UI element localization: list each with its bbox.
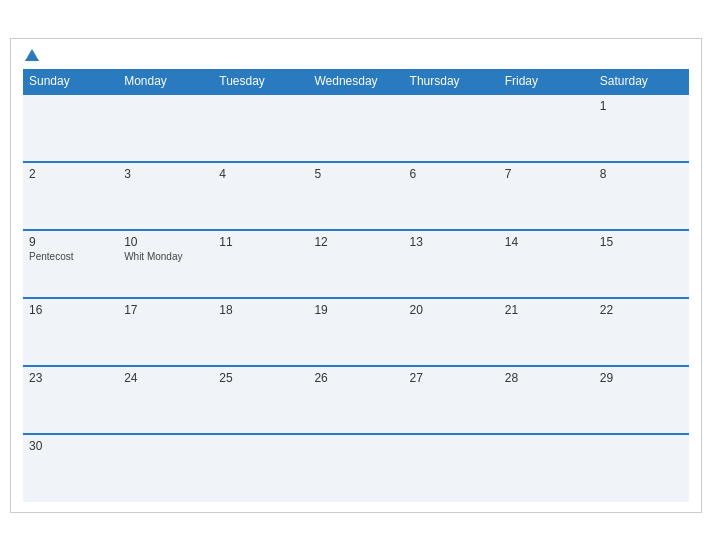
calendar-week-row: 1 [23, 94, 689, 162]
calendar-day-cell [308, 434, 403, 502]
header-tuesday: Tuesday [213, 69, 308, 94]
calendar-day-cell: 15 [594, 230, 689, 298]
calendar-day-cell [499, 434, 594, 502]
calendar-day-cell: 28 [499, 366, 594, 434]
day-number: 22 [600, 303, 683, 317]
day-number: 25 [219, 371, 302, 385]
day-event: Pentecost [29, 251, 112, 262]
day-event: Whit Monday [124, 251, 207, 262]
calendar-day-cell [23, 94, 118, 162]
day-number: 29 [600, 371, 683, 385]
day-number: 12 [314, 235, 397, 249]
calendar-day-cell: 11 [213, 230, 308, 298]
day-number: 3 [124, 167, 207, 181]
calendar-day-cell: 2 [23, 162, 118, 230]
day-number: 8 [600, 167, 683, 181]
day-number: 11 [219, 235, 302, 249]
day-number: 30 [29, 439, 112, 453]
day-number: 27 [410, 371, 493, 385]
day-number: 6 [410, 167, 493, 181]
day-number: 7 [505, 167, 588, 181]
calendar-day-cell: 26 [308, 366, 403, 434]
day-number: 20 [410, 303, 493, 317]
calendar-day-cell: 27 [404, 366, 499, 434]
calendar-day-cell: 4 [213, 162, 308, 230]
calendar-day-cell [594, 434, 689, 502]
calendar-day-cell [308, 94, 403, 162]
calendar-container: Sunday Monday Tuesday Wednesday Thursday… [10, 38, 702, 513]
day-number: 19 [314, 303, 397, 317]
calendar-day-cell: 21 [499, 298, 594, 366]
header-thursday: Thursday [404, 69, 499, 94]
calendar-day-cell [213, 94, 308, 162]
calendar-day-cell [404, 434, 499, 502]
calendar-day-cell: 23 [23, 366, 118, 434]
day-number: 15 [600, 235, 683, 249]
day-number: 1 [600, 99, 683, 113]
calendar-day-cell: 10Whit Monday [118, 230, 213, 298]
day-number: 10 [124, 235, 207, 249]
calendar-day-cell: 24 [118, 366, 213, 434]
header-wednesday: Wednesday [308, 69, 403, 94]
day-headers-row: Sunday Monday Tuesday Wednesday Thursday… [23, 69, 689, 94]
calendar-day-cell: 22 [594, 298, 689, 366]
calendar-grid: Sunday Monday Tuesday Wednesday Thursday… [23, 69, 689, 502]
calendar-day-cell: 14 [499, 230, 594, 298]
calendar-day-cell: 19 [308, 298, 403, 366]
calendar-header [23, 49, 689, 61]
calendar-week-row: 16171819202122 [23, 298, 689, 366]
header-sunday: Sunday [23, 69, 118, 94]
day-number: 24 [124, 371, 207, 385]
calendar-day-cell: 5 [308, 162, 403, 230]
calendar-week-row: 9Pentecost10Whit Monday1112131415 [23, 230, 689, 298]
calendar-day-cell: 3 [118, 162, 213, 230]
header-friday: Friday [499, 69, 594, 94]
calendar-week-row: 23242526272829 [23, 366, 689, 434]
day-number: 14 [505, 235, 588, 249]
calendar-day-cell: 8 [594, 162, 689, 230]
day-number: 17 [124, 303, 207, 317]
day-number: 5 [314, 167, 397, 181]
calendar-day-cell: 16 [23, 298, 118, 366]
calendar-day-cell [404, 94, 499, 162]
calendar-day-cell: 25 [213, 366, 308, 434]
day-number: 16 [29, 303, 112, 317]
calendar-day-cell [118, 434, 213, 502]
logo [23, 49, 41, 61]
calendar-day-cell [213, 434, 308, 502]
header-saturday: Saturday [594, 69, 689, 94]
calendar-week-row: 30 [23, 434, 689, 502]
logo-triangle-icon [25, 49, 39, 61]
calendar-day-cell: 29 [594, 366, 689, 434]
day-number: 23 [29, 371, 112, 385]
calendar-day-cell: 9Pentecost [23, 230, 118, 298]
calendar-day-cell: 17 [118, 298, 213, 366]
day-number: 28 [505, 371, 588, 385]
calendar-day-cell: 30 [23, 434, 118, 502]
calendar-week-row: 2345678 [23, 162, 689, 230]
header-monday: Monday [118, 69, 213, 94]
day-number: 26 [314, 371, 397, 385]
calendar-day-cell: 1 [594, 94, 689, 162]
day-number: 4 [219, 167, 302, 181]
day-number: 9 [29, 235, 112, 249]
calendar-day-cell: 12 [308, 230, 403, 298]
day-number: 18 [219, 303, 302, 317]
calendar-day-cell: 6 [404, 162, 499, 230]
calendar-day-cell [499, 94, 594, 162]
calendar-day-cell: 7 [499, 162, 594, 230]
day-number: 13 [410, 235, 493, 249]
calendar-day-cell: 20 [404, 298, 499, 366]
calendar-day-cell: 13 [404, 230, 499, 298]
calendar-day-cell: 18 [213, 298, 308, 366]
day-number: 21 [505, 303, 588, 317]
calendar-day-cell [118, 94, 213, 162]
day-number: 2 [29, 167, 112, 181]
calendar-body: 123456789Pentecost10Whit Monday111213141… [23, 94, 689, 502]
calendar-thead: Sunday Monday Tuesday Wednesday Thursday… [23, 69, 689, 94]
